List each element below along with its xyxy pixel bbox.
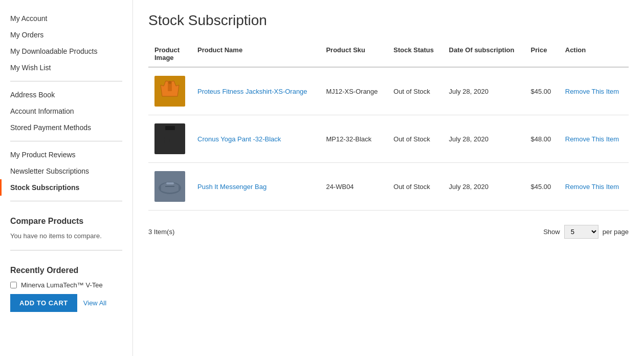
product-image-pants xyxy=(154,123,185,154)
main-content: Stock Subscription Product Image Product… xyxy=(133,0,644,356)
product-name-cell-2: Cronus Yoga Pant -32-Black xyxy=(191,115,320,163)
sidebar-link-my-product-reviews[interactable]: My Product Reviews xyxy=(0,146,132,163)
remove-link-2[interactable]: Remove This Item xyxy=(565,135,619,143)
recently-ordered-item: Minerva LumaTech™ V-Tee xyxy=(10,281,122,289)
item-count: 3 Item(s) xyxy=(148,228,174,236)
sidebar-link-stored-payment-methods[interactable]: Stored Payment Methods xyxy=(0,119,132,136)
per-page-wrap: Show 5 10 15 20 25 per page xyxy=(543,225,629,239)
sidebar-link-address-book[interactable]: Address Book xyxy=(0,87,132,103)
remove-link-3[interactable]: Remove This Item xyxy=(565,183,619,191)
show-label: Show xyxy=(543,228,560,236)
svg-point-1 xyxy=(168,81,171,84)
sidebar-link-newsletter-subscriptions[interactable]: Newsletter Subscriptions xyxy=(0,163,132,179)
svg-rect-4 xyxy=(166,182,174,184)
recently-ordered-item-label: Minerva LumaTech™ V-Tee xyxy=(21,281,103,289)
sidebar-link-my-wish-list[interactable]: My Wish List xyxy=(0,59,132,76)
stock-status-cell-2: Out of Stock xyxy=(387,115,442,163)
add-to-cart-button[interactable]: ADD TO CART xyxy=(10,294,77,312)
compare-products-section: Compare Products You have no items to co… xyxy=(0,206,132,245)
price-cell-2: $48.00 xyxy=(525,115,559,163)
col-header-stock-status: Stock Status xyxy=(387,41,442,67)
product-name-link-3[interactable]: Push It Messenger Bag xyxy=(197,183,267,191)
recently-ordered-checkbox[interactable] xyxy=(10,282,17,288)
date-cell-3: July 28, 2020 xyxy=(443,163,525,211)
col-header-product-image: Product Image xyxy=(148,41,191,67)
action-cell-3: Remove This Item xyxy=(559,163,629,211)
price-cell-1: $45.00 xyxy=(525,67,559,115)
sidebar-label-stock-subscriptions: Stock Subscriptions xyxy=(0,179,132,196)
sidebar-nav-group3: My Product Reviews Newsletter Subscripti… xyxy=(0,146,132,196)
product-image-jacket xyxy=(154,76,185,107)
col-header-date-of-subscription: Date Of subscription xyxy=(443,41,525,67)
sidebar-item-my-wish-list[interactable]: My Wish List xyxy=(0,59,132,76)
compare-products-empty: You have no items to compare. xyxy=(10,232,122,240)
view-all-link[interactable]: View All xyxy=(83,299,106,307)
recently-ordered-title: Recently Ordered xyxy=(10,266,122,275)
compare-products-title: Compare Products xyxy=(10,217,122,226)
sidebar-divider-4 xyxy=(10,250,122,250)
table-footer: 3 Item(s) Show 5 10 15 20 25 per page xyxy=(148,221,629,243)
product-name-link-2[interactable]: Cronus Yoga Pant -32-Black xyxy=(197,135,281,143)
sidebar-item-newsletter-subscriptions[interactable]: Newsletter Subscriptions xyxy=(0,163,132,179)
table-row: Push It Messenger Bag 24-WB04 Out of Sto… xyxy=(148,163,629,211)
sidebar-item-my-account[interactable]: My Account xyxy=(0,10,132,27)
sidebar-link-my-account[interactable]: My Account xyxy=(0,10,132,27)
sidebar-link-account-information[interactable]: Account Information xyxy=(0,103,132,119)
product-name-cell: Proteus Fitness Jackshirt-XS-Orange xyxy=(191,67,320,115)
sidebar-divider-2 xyxy=(10,141,122,141)
sidebar-item-account-information[interactable]: Account Information xyxy=(0,103,132,119)
per-page-select[interactable]: 5 10 15 20 25 xyxy=(564,225,598,239)
product-name-cell-3: Push It Messenger Bag xyxy=(191,163,320,211)
stock-status-cell-3: Out of Stock xyxy=(387,163,442,211)
sidebar-nav-group1: My Account My Orders My Downloadable Pro… xyxy=(0,10,132,76)
stock-status-cell-1: Out of Stock xyxy=(387,67,442,115)
sidebar-link-my-downloadable-products[interactable]: My Downloadable Products xyxy=(0,43,132,59)
date-cell-2: July 28, 2020 xyxy=(443,115,525,163)
product-image-bag xyxy=(154,171,185,202)
product-sku-cell-2: MP12-32-Black xyxy=(320,115,387,163)
product-name-link-1[interactable]: Proteus Fitness Jackshirt-XS-Orange xyxy=(197,88,307,95)
product-image-cell xyxy=(148,115,191,163)
sidebar-nav-group2: Address Book Account Information Stored … xyxy=(0,87,132,136)
product-sku-cell-3: 24-WB04 xyxy=(320,163,387,211)
sidebar-item-stored-payment-methods[interactable]: Stored Payment Methods xyxy=(0,119,132,136)
table-header-row: Product Image Product Name Product Sku S… xyxy=(148,41,629,67)
recently-ordered-actions: ADD TO CART View All xyxy=(10,294,122,312)
sidebar: My Account My Orders My Downloadable Pro… xyxy=(0,0,133,356)
product-image-cell xyxy=(148,67,191,115)
date-cell-1: July 28, 2020 xyxy=(443,67,525,115)
price-cell-3: $45.00 xyxy=(525,163,559,211)
sidebar-item-stock-subscriptions[interactable]: Stock Subscriptions xyxy=(0,179,132,196)
sidebar-item-my-downloadable-products[interactable]: My Downloadable Products xyxy=(0,43,132,59)
sidebar-item-my-product-reviews[interactable]: My Product Reviews xyxy=(0,146,132,163)
sidebar-item-my-orders[interactable]: My Orders xyxy=(0,27,132,43)
product-image-cell xyxy=(148,163,191,211)
col-header-product-name: Product Name xyxy=(191,41,320,67)
sidebar-divider-1 xyxy=(10,81,122,81)
table-row: Proteus Fitness Jackshirt-XS-Orange MJ12… xyxy=(148,67,629,115)
col-header-product-sku: Product Sku xyxy=(320,41,387,67)
svg-rect-2 xyxy=(165,126,175,130)
table-row: Cronus Yoga Pant -32-Black MP12-32-Black… xyxy=(148,115,629,163)
sidebar-link-my-orders[interactable]: My Orders xyxy=(0,27,132,43)
col-header-price: Price xyxy=(525,41,559,67)
sidebar-divider-3 xyxy=(10,201,122,201)
remove-link-1[interactable]: Remove This Item xyxy=(565,88,619,95)
action-cell-2: Remove This Item xyxy=(559,115,629,163)
sidebar-item-address-book[interactable]: Address Book xyxy=(0,87,132,103)
stock-subscriptions-table: Product Image Product Name Product Sku S… xyxy=(148,41,629,211)
recently-ordered-section: Recently Ordered Minerva LumaTech™ V-Tee… xyxy=(0,256,132,317)
action-cell-1: Remove This Item xyxy=(559,67,629,115)
col-header-action: Action xyxy=(559,41,629,67)
per-page-label: per page xyxy=(603,228,629,236)
page-title: Stock Subscription xyxy=(148,12,629,29)
product-sku-cell-1: MJ12-XS-Orange xyxy=(320,67,387,115)
